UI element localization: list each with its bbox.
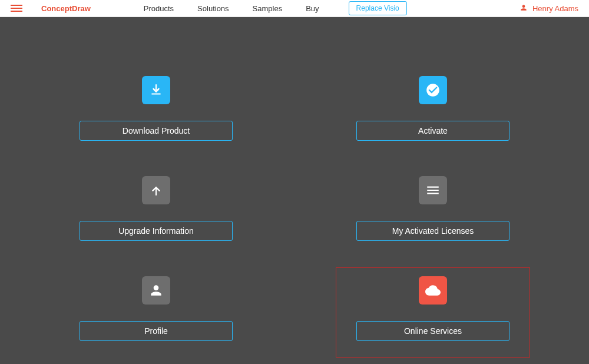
nav-products[interactable]: Products — [144, 4, 174, 13]
tile-online-services: Online Services — [348, 276, 518, 341]
check-circle-icon — [419, 76, 447, 104]
profile-button[interactable]: Profile — [80, 321, 233, 341]
brand-logo[interactable]: ConceptDraw — [41, 4, 91, 13]
tile-download: Download Product — [71, 76, 241, 141]
user-name: Henry Adams — [532, 4, 578, 13]
replace-visio-button[interactable]: Replace Visio — [349, 1, 407, 15]
online-services-button[interactable]: Online Services — [356, 321, 509, 341]
main-content: Download Product Activate Upgrade Inform… — [0, 17, 589, 341]
nav-buy[interactable]: Buy — [306, 4, 319, 13]
cloud-icon — [419, 276, 447, 305]
activate-button[interactable]: Activate — [356, 121, 509, 141]
tile-licenses: My Activated Licenses — [348, 176, 518, 241]
tile-activate: Activate — [348, 76, 518, 141]
list-icon — [419, 176, 447, 204]
tile-profile: Profile — [71, 276, 241, 341]
user-menu[interactable]: Henry Adams — [519, 4, 578, 14]
user-icon — [519, 4, 528, 14]
upgrade-information-button[interactable]: Upgrade Information — [80, 221, 233, 241]
person-icon — [142, 276, 170, 305]
download-icon — [142, 76, 170, 104]
upload-icon — [142, 176, 170, 204]
nav-samples[interactable]: Samples — [253, 4, 283, 13]
download-product-button[interactable]: Download Product — [80, 121, 233, 141]
hamburger-menu-icon[interactable] — [11, 5, 22, 12]
tile-upgrade: Upgrade Information — [71, 176, 241, 241]
nav-links: Products Solutions Samples Buy Replace V… — [144, 1, 407, 15]
my-activated-licenses-button[interactable]: My Activated Licenses — [356, 221, 509, 241]
nav-solutions[interactable]: Solutions — [197, 4, 229, 13]
header: ConceptDraw Products Solutions Samples B… — [0, 0, 589, 17]
